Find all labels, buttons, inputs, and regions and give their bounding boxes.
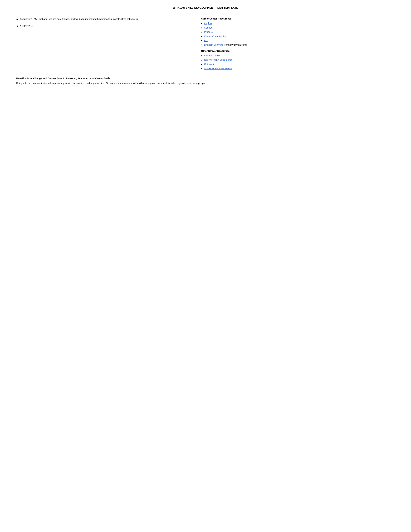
supporter-list: Supporter 1: My Husband; we are best fri… — [16, 17, 195, 28]
supporter-1-text: Supporter 1: My Husband; we are best fri… — [20, 17, 139, 21]
linkedin-suffix: (formerly Lynda.com) — [223, 43, 247, 46]
prepare-link[interactable]: Prepare — [204, 30, 213, 34]
linkedin-learning-text: LinkedIn Learning (formerly Lynda.com) — [204, 43, 247, 47]
supporter-2-text: Supporter 2 — [20, 24, 33, 28]
list-item: Strayer Mobile — [201, 54, 395, 57]
career-links-list: Explore Connect Prepare Career Communiti… — [201, 22, 395, 47]
career-resources-heading: Career Center Resources: — [201, 17, 395, 20]
supporter-1-item: Supporter 1: My Husband; we are best fri… — [16, 17, 195, 22]
benefits-title: Benefits From Change and Connections to … — [16, 77, 395, 80]
soar-student-assistance-link[interactable]: SOAR Student Assistance — [204, 67, 232, 70]
list-item: Act — [201, 39, 395, 42]
strayer-tech-support-link[interactable]: Strayer Technical Support — [204, 58, 232, 62]
list-item: Get Inspired — [201, 62, 395, 66]
act-link[interactable]: Act — [204, 39, 208, 42]
benefits-section: Benefits From Change and Connections to … — [13, 74, 398, 88]
career-communities-link[interactable]: Career Communities — [204, 35, 226, 38]
page-title: WRK100: SKILL DEVELOPMENT PLAN TEMPLATE — [13, 6, 398, 9]
supporter-2-item: Supporter 2 — [16, 24, 195, 28]
strayer-mobile-link[interactable]: Strayer Mobile — [204, 54, 220, 57]
list-item: LinkedIn Learning (formerly Lynda.com) — [201, 43, 395, 47]
get-inspired-link[interactable]: Get Inspired — [204, 62, 217, 66]
other-resources-heading: Other Strayer Resources: — [201, 49, 395, 52]
list-item: Explore — [201, 22, 395, 25]
list-item: Strayer Technical Support — [201, 58, 395, 62]
supporters-cell: Supporter 1: My Husband; we are best fri… — [13, 14, 198, 74]
connect-link[interactable]: Connect — [204, 26, 213, 30]
resources-cell: Career Center Resources: Explore Connect… — [198, 14, 398, 74]
list-item: Prepare — [201, 30, 395, 34]
list-item: SOAR Student Assistance — [201, 67, 395, 70]
other-links-list: Strayer Mobile Strayer Technical Support… — [201, 54, 395, 70]
benefits-body: Being a better communicator will improve… — [16, 81, 395, 85]
linkedin-learning-link[interactable]: LinkedIn Learning — [204, 43, 223, 46]
explore-link[interactable]: Explore — [204, 22, 212, 25]
list-item: Career Communities — [201, 35, 395, 38]
list-item: Connect — [201, 26, 395, 30]
